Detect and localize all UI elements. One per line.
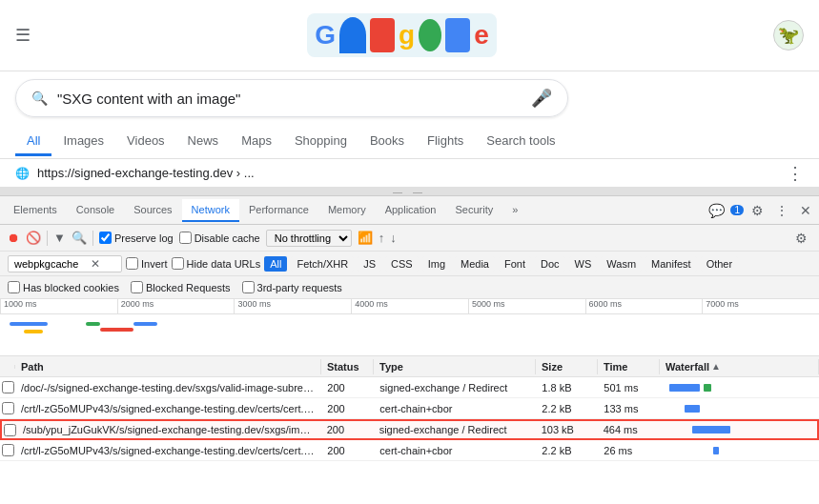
tab-news[interactable]: News [176, 128, 231, 156]
devtools-tab-performance[interactable]: Performance [239, 199, 318, 222]
row-size-3: 103 kB [536, 422, 598, 437]
devtools-tab-elements[interactable]: Elements [4, 199, 67, 222]
devtools-close-icon[interactable]: ✕ [796, 201, 815, 220]
filter-tag-fetch[interactable]: Fetch/XHR [291, 256, 354, 272]
table-row[interactable]: /crt/l-zG5oMUPv43/s/signed-exchange-test… [0, 440, 819, 461]
filter-tag-manifest[interactable]: Manifest [645, 256, 697, 272]
result-more-icon[interactable]: ⋮ [787, 163, 804, 184]
toolbar-separator-2 [92, 231, 93, 246]
throttle-select[interactable]: No throttling [266, 230, 352, 247]
row-time-2: 133 ms [598, 401, 660, 416]
third-party-label[interactable]: 3rd-party requests [242, 281, 342, 293]
waterfall-bar-4 [713, 447, 719, 454]
devtools-tab-more[interactable]: » [502, 199, 527, 222]
google-doodle: G g e [307, 13, 496, 57]
table-row-highlighted[interactable]: /sub/ypu_jZuGukVK/s/signed-exchange-test… [0, 419, 819, 440]
download-icon[interactable]: ↓ [390, 231, 397, 245]
filter-input[interactable] [14, 258, 91, 270]
filter-tag-ws[interactable]: WS [569, 256, 598, 272]
preserve-log-checkbox[interactable] [99, 232, 112, 244]
th-waterfall: Waterfall ▲ [660, 359, 819, 374]
disable-cache-label[interactable]: Disable cache [179, 232, 260, 244]
devtools-tab-network[interactable]: Network [182, 199, 239, 222]
search-icon[interactable]: 🔍 [72, 231, 87, 245]
search-icon: 🔍 [31, 91, 48, 106]
filter-tag-media[interactable]: Media [455, 256, 495, 272]
filter-tag-doc[interactable]: Doc [535, 256, 565, 272]
hide-urls-label[interactable]: Hide data URLs [172, 257, 261, 270]
third-party-checkbox[interactable] [242, 281, 255, 293]
table-row[interactable]: /doc/-/s/signed-exchange-testing.dev/sxg… [0, 377, 819, 398]
waterfall-bar-1b [704, 384, 711, 392]
invert-label[interactable]: Invert [126, 257, 168, 270]
hide-urls-checkbox[interactable] [172, 257, 184, 270]
clear-icon[interactable]: 🚫 [26, 231, 41, 245]
devtools-tab-console[interactable]: Console [67, 199, 124, 222]
devtools-settings-icon[interactable]: ⚙ [747, 201, 768, 220]
row-time-3: 464 ms [598, 422, 660, 437]
row-checkbox-3[interactable] [2, 422, 17, 438]
filter-tag-wasm[interactable]: Wasm [601, 256, 642, 272]
filter-tag-css[interactable]: CSS [385, 256, 419, 272]
timeline-bar-4 [100, 328, 133, 332]
network-settings-icon[interactable]: ⚙ [791, 229, 811, 248]
blocked-requests-label[interactable]: Blocked Requests [131, 281, 231, 293]
search-result-bar: 🌐 https://signed-exchange-testing.dev › … [0, 159, 819, 188]
online-icon[interactable]: 📶 [358, 231, 373, 245]
toolbar-separator-1 [47, 231, 48, 246]
row-checkbox-2[interactable] [0, 400, 15, 416]
devtools-tab-security[interactable]: Security [445, 199, 502, 222]
record-icon[interactable]: ⏺ [8, 231, 20, 245]
row-time-1: 501 ms [598, 380, 660, 395]
search-box[interactable]: 🔍 "SXG content with an image" 🎤 [15, 79, 568, 117]
feedback-icon[interactable]: 💬 [705, 201, 728, 220]
ruler-mark-7000: 7000 ms [702, 299, 819, 313]
filter-clear-icon[interactable]: ✕ [91, 257, 100, 271]
tab-shopping[interactable]: Shopping [283, 128, 358, 156]
devtools-tab-application[interactable]: Application [376, 199, 446, 222]
hamburger-icon[interactable]: ☰ [15, 25, 31, 46]
filter-icon[interactable]: ▼ [53, 231, 66, 245]
devtools-tab-memory[interactable]: Memory [318, 199, 376, 222]
tab-images[interactable]: Images [51, 128, 115, 156]
preserve-log-label[interactable]: Preserve log [99, 232, 174, 244]
devtools-drag-handle[interactable]: — — [0, 188, 819, 195]
invert-checkbox[interactable] [126, 257, 138, 270]
filter-input-wrap: ✕ [8, 255, 122, 272]
row-size-4: 2.2 kB [536, 443, 598, 458]
table-row[interactable]: /crt/l-zG5oMUPv43/s/signed-exchange-test… [0, 398, 819, 419]
filter-tag-other[interactable]: Other [701, 256, 739, 272]
tab-search-tools[interactable]: Search tools [475, 128, 566, 156]
mic-icon[interactable]: 🎤 [531, 88, 552, 109]
search-tabs: All Images Videos News Maps Shopping Boo… [0, 125, 819, 159]
row-type-4: cert-chain+cbor [374, 443, 536, 458]
upload-icon[interactable]: ↑ [379, 231, 385, 245]
th-checkbox [0, 365, 15, 369]
blocked-cookies-label[interactable]: Has blocked cookies [8, 281, 119, 293]
filter-tag-img[interactable]: Img [422, 256, 451, 272]
tab-flights[interactable]: Flights [416, 128, 475, 156]
tab-videos[interactable]: Videos [115, 128, 176, 156]
tab-all[interactable]: All [15, 128, 51, 156]
result-url[interactable]: https://signed-exchange-testing.dev › ..… [37, 166, 255, 180]
filter-tag-js[interactable]: JS [358, 256, 381, 272]
filter-tag-font[interactable]: Font [499, 256, 531, 272]
tab-maps[interactable]: Maps [230, 128, 283, 156]
avatar[interactable]: 🦖 [773, 20, 804, 50]
search-bar-area: 🔍 "SXG content with an image" 🎤 [0, 71, 819, 125]
row-waterfall-2 [660, 400, 819, 417]
row-checkbox-1[interactable] [0, 379, 15, 395]
row-checkbox-4[interactable] [0, 442, 15, 458]
tab-books[interactable]: Books [358, 128, 416, 156]
ruler-mark-6000: 6000 ms [585, 299, 703, 313]
devtools-more-icon[interactable]: ⋮ [771, 201, 792, 220]
disable-cache-checkbox[interactable] [179, 232, 192, 244]
filter-tag-all[interactable]: All [264, 256, 287, 272]
row-status-1: 200 [321, 380, 374, 395]
blocked-cookies-checkbox[interactable] [8, 281, 20, 293]
row-time-4: 26 ms [598, 443, 660, 458]
google-header: ☰ G g e 🦖 [0, 0, 819, 71]
blocked-requests-checkbox[interactable] [131, 281, 143, 293]
devtools-tab-bar: Elements Console Sources Network Perform… [0, 196, 819, 225]
devtools-tab-sources[interactable]: Sources [124, 199, 181, 222]
